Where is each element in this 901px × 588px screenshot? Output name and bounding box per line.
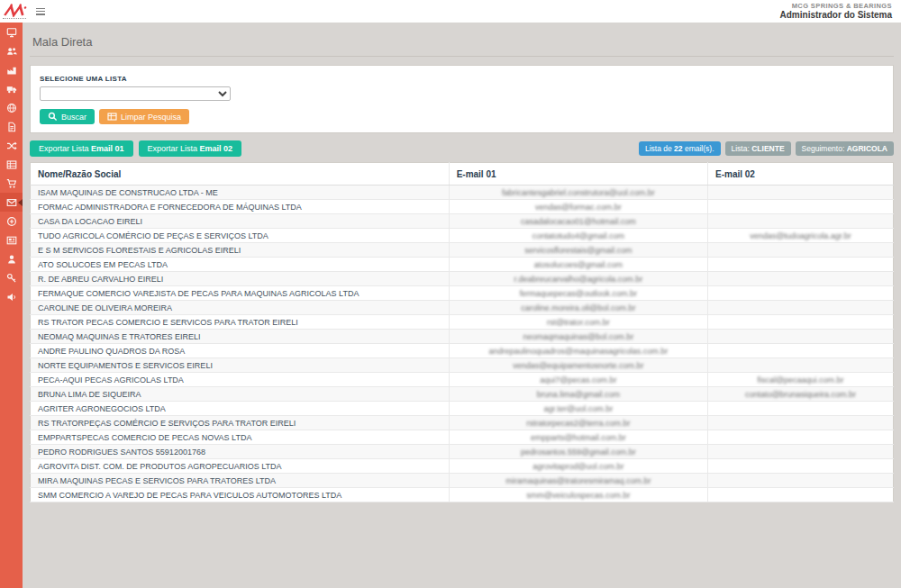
sidebar-item-user[interactable] bbox=[0, 249, 23, 268]
email2-cell bbox=[708, 416, 894, 430]
email2-cell bbox=[708, 315, 894, 330]
filter-panel: SELECIONE UMA LISTA Buscar Limpar Pesqui… bbox=[30, 65, 894, 133]
sidebar-item-cart[interactable] bbox=[0, 174, 23, 193]
table-row: ATO SOLUCOES EM PECAS LTDAatosolucoes@gm… bbox=[31, 258, 894, 272]
sidebar-item-list[interactable] bbox=[0, 155, 23, 174]
email2-cell bbox=[708, 286, 894, 301]
table-row: PECA-AQUI PECAS AGRICOLAS LTDAaqui7@peca… bbox=[31, 373, 894, 387]
sidebar-item-access[interactable] bbox=[0, 268, 23, 287]
blurred-email-text: andrepaulinoquadros@maquinasagricolas.co… bbox=[488, 347, 668, 356]
sidebar-item-news[interactable] bbox=[0, 231, 23, 249]
segment-badge: Seguimento: AGRICOLA bbox=[796, 141, 894, 156]
blurred-email-text: rstratorpecas2@terra.com.br bbox=[526, 419, 630, 428]
table-row: ISAM MAQUINAS DE CONSTRUCAO LTDA - MEfab… bbox=[31, 185, 894, 200]
email2-cell: fiscal@pecaaqui.com.br bbox=[708, 373, 894, 387]
sidebar-item-dashboard[interactable] bbox=[0, 23, 23, 41]
table-row: BRUNA LIMA DE SIQUEIRAbruna.lima@gmail.c… bbox=[31, 387, 894, 402]
table-row: TUDO AGRICOLA COMÉRCIO DE PEÇAS E SERVIÇ… bbox=[31, 229, 894, 243]
company-name-cell: R. DE ABREU CARVALHO EIRELI bbox=[31, 272, 450, 286]
blurred-email-text: bruna.lima@gmail.com bbox=[537, 390, 620, 399]
email2-cell bbox=[708, 430, 894, 445]
email1-cell: aqui7@pecas.com.br bbox=[449, 373, 707, 387]
sidebar-item-mala-direta[interactable] bbox=[0, 193, 23, 212]
blurred-email-text: pedrosantos.559@gmail.com.br bbox=[521, 448, 636, 457]
company-name-cell: SMM COMERCIO A VAREJO DE PECAS PARA VEIC… bbox=[31, 488, 450, 502]
email2-cell: contato@brunasiqueira.com.br bbox=[708, 387, 894, 402]
blurred-email-text: contato@brunasiqueira.com.br bbox=[745, 390, 856, 399]
export-email1-button[interactable]: Exportar Lista Email 01 bbox=[30, 140, 133, 157]
table-row: R. DE ABREU CARVALHO EIRELIr.deabreucarv… bbox=[31, 272, 894, 286]
email1-cell: empparts@hotmail.com.br bbox=[449, 430, 707, 445]
table-row: RS TRATOR PECAS COMERCIO E SERVICOS PARA… bbox=[31, 315, 894, 330]
sidebar-item-add[interactable] bbox=[0, 212, 23, 231]
table-row: EMPPARTSPECAS COMERCIO DE PECAS NOVAS LT… bbox=[31, 430, 894, 445]
sidebar-item-industry[interactable] bbox=[0, 60, 23, 79]
blurred-email-text: aqui7@pecas.com.br bbox=[540, 375, 616, 384]
company-name-cell: CAROLINE DE OLIVEIRA MOREIRA bbox=[31, 301, 450, 315]
plus-circle-icon bbox=[6, 216, 17, 227]
company-name-cell: BRUNA LIMA DE SIQUEIRA bbox=[31, 387, 450, 402]
search-button[interactable]: Buscar bbox=[40, 109, 95, 124]
table-header-row: Nome/Razão Social E-mail 01 E-mail 02 bbox=[31, 163, 894, 185]
blurred-email-text: agr.ter@uol.com.br bbox=[543, 404, 613, 413]
globe-icon bbox=[6, 103, 17, 113]
email2-cell bbox=[708, 488, 894, 502]
email2-cell bbox=[708, 200, 894, 214]
blurred-email-text: atosolucoes@gmail.com bbox=[534, 260, 623, 269]
document-icon bbox=[6, 122, 17, 132]
header-email2: E-mail 02 bbox=[708, 163, 894, 185]
table-row: AGRITER AGRONEGOCIOS LTDAagr.ter@uol.com… bbox=[31, 402, 894, 416]
sidebar-item-announce[interactable] bbox=[0, 287, 23, 306]
email1-cell: andrepaulinoquadros@maquinasagricolas.co… bbox=[449, 344, 707, 358]
email2-cell bbox=[708, 330, 894, 344]
email2-cell bbox=[708, 445, 894, 459]
menu-toggle-icon[interactable] bbox=[36, 8, 45, 15]
app-logo[interactable] bbox=[0, 4, 31, 20]
email2-cell bbox=[708, 272, 894, 286]
company-name-cell: FERMAQUE COMERCIO VAREJISTA DE PECAS PAR… bbox=[31, 286, 450, 301]
search-icon bbox=[48, 112, 58, 122]
company-name-cell: MIRA MAQUINAS PECAS E SERVICOS PARA TRAT… bbox=[31, 474, 450, 488]
top-header: MCG SPRINGS & BEARINGS Administrador do … bbox=[0, 0, 901, 23]
search-button-label: Buscar bbox=[61, 113, 86, 122]
email2-cell bbox=[708, 301, 894, 315]
blurred-email-text: rst@trator.com.br bbox=[547, 318, 610, 327]
sidebar-item-users[interactable] bbox=[0, 41, 23, 60]
sidebar-item-truck[interactable] bbox=[0, 79, 23, 98]
active-item-caret bbox=[18, 199, 23, 206]
blurred-email-text: fabricantesgabriel.construtora@uol.com.b… bbox=[502, 188, 655, 197]
blurred-email-text: vendas@equipamentosnorte.com.br bbox=[513, 361, 643, 370]
table-row: NEOMAQ MAQUINAS E TRATORES EIRELIneomaqm… bbox=[31, 330, 894, 344]
table-row: CAROLINE DE OLIVEIRA MOREIRAcaroline.mor… bbox=[31, 301, 894, 315]
sidebar-item-globe[interactable] bbox=[0, 98, 23, 117]
table-row: FERMAQUE COMERCIO VAREJISTA DE PECAS PAR… bbox=[31, 286, 894, 301]
sidebar-item-documents[interactable] bbox=[0, 117, 23, 136]
company-name-cell: ATO SOLUCOES EM PECAS LTDA bbox=[31, 258, 450, 272]
email2-cell bbox=[708, 185, 894, 200]
list-select[interactable] bbox=[40, 86, 231, 101]
table-row: SMM COMERCIO A VAREJO DE PECAS PARA VEIC… bbox=[31, 488, 894, 502]
email2-cell bbox=[708, 459, 894, 474]
company-name-cell: CASA DA LOCACAO EIRELI bbox=[31, 214, 450, 229]
email2-cell bbox=[708, 344, 894, 358]
email2-cell bbox=[708, 214, 894, 229]
logo-subtext bbox=[3, 18, 26, 20]
company-name-cell: NORTE EQUIPAMENTOS E SERVICOS EIRELI bbox=[31, 358, 450, 373]
key-icon bbox=[6, 273, 17, 284]
user-icon bbox=[6, 254, 17, 265]
blurred-email-text: servicosflorestais@gmail.com bbox=[524, 246, 632, 255]
company-name-cell: FORMAC ADMINISTRADORA E FORNECEDORA DE M… bbox=[31, 200, 450, 214]
header-email1: E-mail 01 bbox=[449, 163, 707, 185]
email1-cell: bruna.lima@gmail.com bbox=[449, 387, 707, 402]
clear-search-button[interactable]: Limpar Pesquisa bbox=[99, 109, 189, 124]
company-name-cell: PECA-AQUI PECAS AGRICOLAS LTDA bbox=[31, 373, 450, 387]
blurred-email-text: r.deabreucarvalho@agricola.com.br bbox=[514, 275, 642, 284]
email-count-badge: Lista de 22 email(s). bbox=[639, 141, 721, 156]
export-email2-button[interactable]: Exportar Lista Email 02 bbox=[139, 140, 242, 157]
blurred-email-text: fiscal@pecaaqui.com.br bbox=[757, 375, 843, 384]
table-icon bbox=[6, 159, 17, 170]
company-name-cell: E S M SERVICOS FLORESTAIS E AGRICOLAS EI… bbox=[31, 243, 450, 258]
sidebar-item-shuffle[interactable] bbox=[0, 136, 23, 155]
email2-cell bbox=[708, 243, 894, 258]
table-row: AGROVITA DIST. COM. DE PRODUTOS AGROPECU… bbox=[31, 459, 894, 474]
